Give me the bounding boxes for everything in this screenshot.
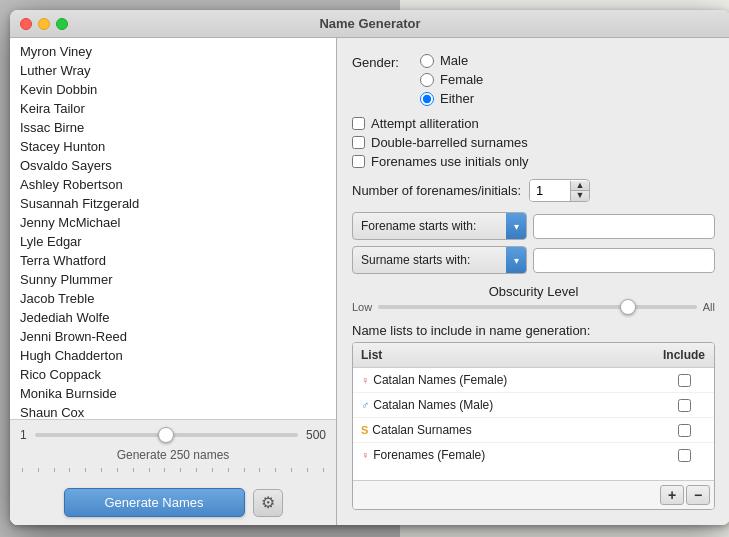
list-item[interactable]: Myron Viney bbox=[10, 42, 336, 61]
table-header: List Include bbox=[353, 343, 714, 368]
include-catalan-surnames-checkbox[interactable] bbox=[678, 424, 691, 437]
slider-min-label: 1 bbox=[20, 428, 27, 442]
obscurity-low-label: Low bbox=[352, 301, 372, 313]
list-item[interactable]: Monika Burnside bbox=[10, 384, 336, 403]
forename-starts-with-label-group: Forename starts with: ▾ bbox=[352, 212, 527, 240]
gender-either-radio[interactable] bbox=[420, 92, 434, 106]
forenames-count-row: Number of forenames/initials: ▲ ▼ bbox=[352, 179, 715, 202]
list-item[interactable]: Lyle Edgar bbox=[10, 232, 336, 251]
column-list-header: List bbox=[353, 346, 654, 364]
generate-count-slider[interactable] bbox=[35, 433, 298, 437]
female-icon: ♀ bbox=[361, 374, 369, 386]
forename-dropdown-arrow[interactable]: ▾ bbox=[506, 213, 526, 239]
slider-value-label: Generate 250 names bbox=[20, 446, 326, 464]
list-item[interactable]: Ashley Robertson bbox=[10, 175, 336, 194]
gender-male-radio[interactable] bbox=[420, 54, 434, 68]
list-item[interactable]: Jenni Brown-Reed bbox=[10, 327, 336, 346]
obscurity-title: Obscurity Level bbox=[352, 284, 715, 299]
traffic-lights bbox=[20, 18, 68, 30]
gear-icon: ⚙ bbox=[261, 493, 275, 512]
table-cell-name: ♀ Forenames (Female) bbox=[353, 446, 654, 464]
list-name: Forenames (Female) bbox=[373, 448, 485, 462]
list-item[interactable]: Jacob Treble bbox=[10, 289, 336, 308]
list-name: Catalan Names (Male) bbox=[373, 398, 493, 412]
name-lists-table: List Include ♀ Catalan Names (Female) bbox=[352, 342, 715, 510]
obscurity-slider-row: Low All bbox=[352, 301, 715, 313]
list-item[interactable]: Luther Wray bbox=[10, 61, 336, 80]
list-item[interactable]: Rico Coppack bbox=[10, 365, 336, 384]
minimize-button[interactable] bbox=[38, 18, 50, 30]
table-cell-name: S Catalan Surnames bbox=[353, 421, 654, 439]
maximize-button[interactable] bbox=[56, 18, 68, 30]
list-item[interactable]: Kevin Dobbin bbox=[10, 80, 336, 99]
title-bar: Name Generator bbox=[10, 10, 729, 38]
surname-starts-with-input[interactable] bbox=[533, 248, 715, 273]
obscurity-slider[interactable] bbox=[378, 305, 697, 309]
table-cell-include bbox=[654, 422, 714, 439]
alliteration-label: Attempt alliteration bbox=[371, 116, 479, 131]
initials-row: Forenames use initials only bbox=[352, 154, 715, 169]
list-item[interactable]: Stacey Hunton bbox=[10, 137, 336, 156]
close-button[interactable] bbox=[20, 18, 32, 30]
forenames-count-input[interactable] bbox=[530, 180, 570, 201]
gender-female-label: Female bbox=[440, 72, 483, 87]
dialog-body: Myron Viney Luther Wray Kevin Dobbin Kei… bbox=[10, 38, 729, 525]
surname-dropdown-arrow[interactable]: ▾ bbox=[506, 247, 526, 273]
surname-starts-with-label-group: Surname starts with: ▾ bbox=[352, 246, 527, 274]
table-cell-name: ♀ Catalan Names (Female) bbox=[353, 371, 654, 389]
surname-icon: S bbox=[361, 424, 368, 436]
forename-starts-with-row: Forename starts with: ▾ bbox=[352, 212, 715, 240]
include-catalan-female-checkbox[interactable] bbox=[678, 374, 691, 387]
slider-max-label: 500 bbox=[306, 428, 326, 442]
table-cell-include bbox=[654, 372, 714, 389]
table-cell-name: ♂ Catalan Names (Male) bbox=[353, 396, 654, 414]
table-row[interactable]: S Catalan Surnames bbox=[353, 418, 714, 443]
list-name: Catalan Surnames bbox=[372, 423, 471, 437]
list-item[interactable]: Osvaldo Sayers bbox=[10, 156, 336, 175]
list-item[interactable]: Susannah Fitzgerald bbox=[10, 194, 336, 213]
table-row[interactable]: ♀ Catalan Names (Female) bbox=[353, 368, 714, 393]
table-row[interactable]: ♂ Catalan Names (Male) bbox=[353, 393, 714, 418]
starts-with-section: Forename starts with: ▾ Surname starts w… bbox=[352, 212, 715, 274]
add-list-button[interactable]: + bbox=[660, 485, 684, 505]
gender-either-label: Either bbox=[440, 91, 474, 106]
forename-starts-with-input[interactable] bbox=[533, 214, 715, 239]
right-panel: Gender: Male Female Either bbox=[337, 38, 729, 525]
slider-row: 1 500 bbox=[20, 428, 326, 442]
list-item[interactable]: Jenny McMichael bbox=[10, 213, 336, 232]
include-catalan-male-checkbox[interactable] bbox=[678, 399, 691, 412]
table-body[interactable]: ♀ Catalan Names (Female) ♂ Catalan Names… bbox=[353, 368, 714, 480]
forenames-stepper: ▲ ▼ bbox=[570, 181, 589, 201]
list-item[interactable]: Issac Birne bbox=[10, 118, 336, 137]
include-forenames-female-checkbox[interactable] bbox=[678, 449, 691, 462]
forenames-count-label: Number of forenames/initials: bbox=[352, 183, 521, 198]
double-barrel-checkbox[interactable] bbox=[352, 136, 365, 149]
column-include-header: Include bbox=[654, 346, 714, 364]
list-item[interactable]: Sunny Plummer bbox=[10, 270, 336, 289]
obscurity-section: Obscurity Level Low All bbox=[352, 284, 715, 313]
list-item[interactable]: Hugh Chadderton bbox=[10, 346, 336, 365]
names-list-container[interactable]: Myron Viney Luther Wray Kevin Dobbin Kei… bbox=[10, 38, 336, 420]
gender-section: Gender: Male Female Either bbox=[352, 53, 715, 106]
settings-gear-button[interactable]: ⚙ bbox=[253, 489, 283, 517]
tick-marks bbox=[20, 468, 326, 472]
alliteration-checkbox[interactable] bbox=[352, 117, 365, 130]
forename-starts-with-label: Forename starts with: bbox=[353, 215, 506, 237]
list-item[interactable]: Shaun Cox bbox=[10, 403, 336, 420]
name-lists-label: Name lists to include in name generation… bbox=[352, 323, 715, 338]
double-barrel-label: Double-barrelled surnames bbox=[371, 135, 528, 150]
gender-female-radio[interactable] bbox=[420, 73, 434, 87]
generate-names-button[interactable]: Generate Names bbox=[64, 488, 245, 517]
table-row[interactable]: ♀ Forenames (Female) bbox=[353, 443, 714, 467]
obscurity-high-label: All bbox=[703, 301, 715, 313]
remove-list-button[interactable]: − bbox=[686, 485, 710, 505]
female-icon: ♀ bbox=[361, 449, 369, 461]
list-item[interactable]: Keira Tailor bbox=[10, 99, 336, 118]
list-item[interactable]: Terra Whatford bbox=[10, 251, 336, 270]
list-item[interactable]: Jedediah Wolfe bbox=[10, 308, 336, 327]
names-list: Myron Viney Luther Wray Kevin Dobbin Kei… bbox=[10, 38, 336, 420]
forenames-stepper-up[interactable]: ▲ bbox=[571, 181, 589, 191]
gender-label: Gender: bbox=[352, 53, 412, 70]
initials-checkbox[interactable] bbox=[352, 155, 365, 168]
forenames-stepper-down[interactable]: ▼ bbox=[571, 191, 589, 201]
